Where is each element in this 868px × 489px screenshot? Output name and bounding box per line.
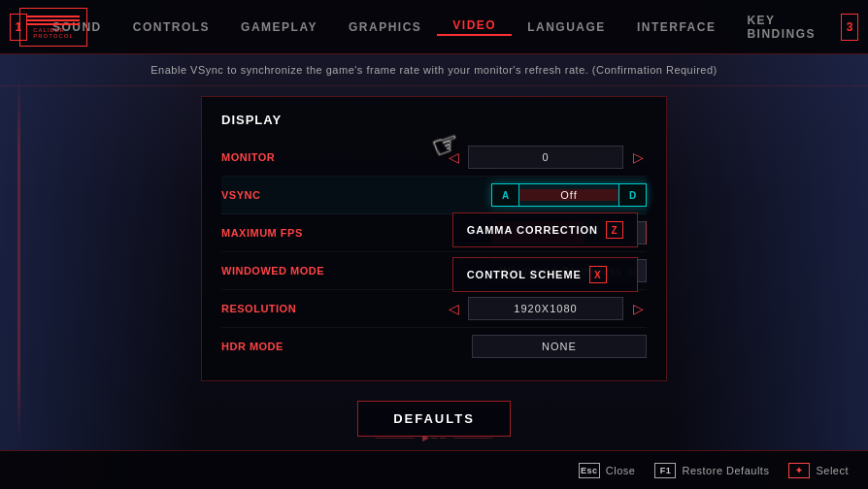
info-bar: Enable VSync to synchronize the game's f… (0, 54, 868, 86)
defaults-area: DEFAULTS (357, 401, 511, 437)
vsync-right-btn[interactable]: D (618, 184, 646, 206)
monitor-control: ◁ 0 ▷ (367, 146, 647, 169)
nav-item-language[interactable]: LANGUAGE (512, 20, 621, 34)
control-scheme-btn[interactable]: CONTROL SCHEME X (452, 257, 638, 292)
right-buttons: GAMMA CORRECTION Z CONTROL SCHEME X (452, 212, 638, 292)
vsync-left-btn[interactable]: A (492, 184, 519, 206)
monitor-right-btn[interactable]: ▷ (629, 148, 647, 166)
vsync-value: Off (519, 189, 618, 201)
defaults-btn[interactable]: DEFAULTS (357, 401, 511, 437)
windowed-label: Windowed Mode (221, 265, 367, 277)
resolution-control: ◁ 1920x1080 ▷ (367, 297, 647, 320)
gamma-badge: Z (606, 221, 623, 239)
control-scheme-label: CONTROL SCHEME (467, 269, 582, 280)
resolution-right-btn[interactable]: ▷ (629, 300, 647, 317)
hdr-control: None (367, 335, 647, 358)
nav-item-graphics[interactable]: GRAPHICS (333, 20, 437, 34)
gamma-correction-btn[interactable]: GAMMA CORRECTION Z (452, 212, 638, 247)
nav-item-keybindings[interactable]: KEY BINDINGS (731, 14, 831, 41)
close-label: Close (606, 465, 636, 476)
resolution-label: Resolution (221, 303, 367, 314)
nav-item-gameplay[interactable]: GAMEPLAY (225, 20, 333, 34)
vsync-selector: A Off D (491, 183, 647, 207)
monitor-left-btn[interactable]: ◁ (445, 148, 462, 166)
resolution-left-btn[interactable]: ◁ (445, 300, 462, 317)
select-label: Select (816, 465, 849, 476)
vsync-control: A Off D (367, 183, 647, 207)
resolution-value: 1920x1080 (468, 297, 623, 320)
hdr-label: HDR Mode (221, 341, 367, 352)
nav-item-interface[interactable]: INTERFACE (621, 20, 732, 34)
section-title: Display (221, 113, 647, 127)
main-content: Enable VSync to synchronize the game's f… (0, 54, 868, 450)
select-key: ✦ (788, 463, 810, 478)
vsync-label: VSync (221, 189, 367, 201)
restore-key: F1 (654, 463, 676, 478)
gamma-correction-label: GAMMA CORRECTION (467, 224, 598, 236)
close-key: Esc (579, 463, 600, 478)
monitor-row: Monitor ◁ 0 ▷ (221, 139, 647, 177)
monitor-label: Monitor (221, 151, 367, 163)
nav-item-controls[interactable]: CONTROLS (117, 20, 225, 34)
logo: CALIBERPROTOCOL (19, 8, 87, 47)
maxfps-label: Maximum FPS (221, 227, 367, 239)
status-bar: Esc Close F1 Restore Defaults ✦ Select (0, 450, 868, 489)
select-status: ✦ Select (788, 463, 849, 478)
hdr-value: None (472, 335, 647, 358)
monitor-value: 0 (468, 146, 623, 169)
restore-defaults-status: F1 Restore Defaults (654, 463, 769, 478)
nav-item-video[interactable]: VIDEO (437, 18, 512, 36)
resolution-row: Resolution ◁ 1920x1080 ▷ (221, 290, 647, 328)
hdr-row: HDR Mode None (221, 328, 647, 365)
nav-badge-right: 3 (841, 14, 858, 41)
close-status: Esc Close (579, 463, 636, 478)
restore-label: Restore Defaults (682, 465, 769, 476)
vsync-row: VSync A Off D (221, 177, 647, 214)
nav-bar: 1 SOUND CONTROLS GAMEPLAY GRAPHICS VIDEO… (0, 0, 868, 54)
control-scheme-badge: X (589, 266, 607, 283)
